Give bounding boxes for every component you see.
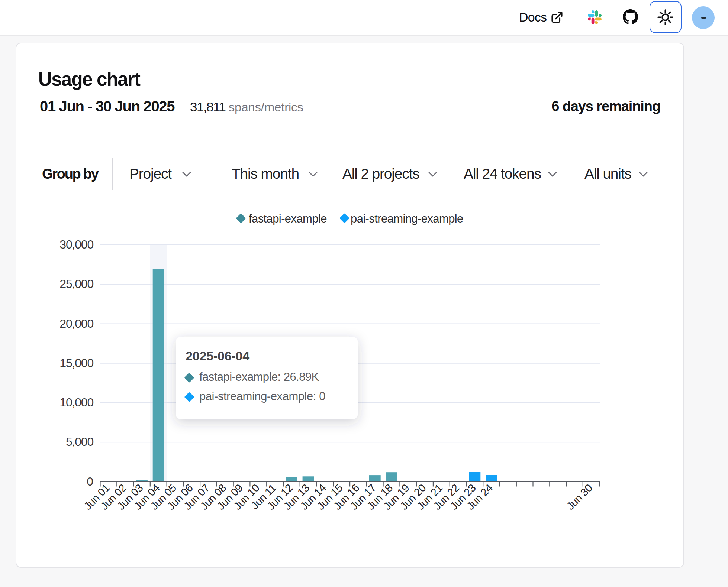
svg-text:5,000: 5,000 <box>66 435 93 448</box>
svg-text:2025-06-04: 2025-06-04 <box>186 349 249 363</box>
svg-text:pai-streaming-example: pai-streaming-example <box>351 212 463 225</box>
svg-text:30,000: 30,000 <box>59 238 93 251</box>
svg-text:0: 0 <box>87 475 93 488</box>
svg-text:Jun 30: Jun 30 <box>564 482 595 512</box>
svg-text:fastapi-example: fastapi-example <box>249 212 327 225</box>
svg-text:15,000: 15,000 <box>59 356 93 370</box>
svg-text:pai-streaming-example: 0: pai-streaming-example: 0 <box>199 390 325 403</box>
svg-text:20,000: 20,000 <box>59 317 93 330</box>
svg-text:10,000: 10,000 <box>59 396 93 409</box>
svg-text:25,000: 25,000 <box>59 277 93 291</box>
svg-text:fastapi-example: 26.89K: fastapi-example: 26.89K <box>199 370 319 383</box>
